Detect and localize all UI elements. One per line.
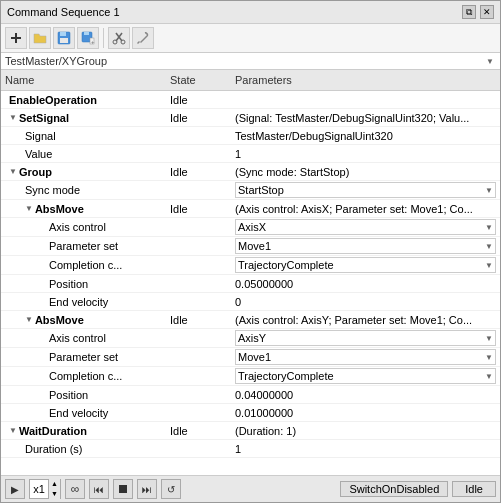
table-row[interactable]: Completion c... TrajectoryComplete ▼ [1, 256, 500, 275]
expand-icon[interactable]: ▼ [25, 315, 33, 324]
reset-button[interactable]: ↺ [161, 479, 181, 499]
speed-up-button[interactable]: ▲ [49, 479, 60, 489]
row-state: Idle [166, 313, 231, 327]
completion-y-dropdown[interactable]: TrajectoryComplete ▼ [235, 368, 496, 384]
row-param: 0.04000000 [231, 388, 500, 402]
play-button[interactable]: ▶ [5, 479, 25, 499]
saveas-button[interactable]: + [77, 27, 99, 49]
table-row[interactable]: ▼ WaitDuration Idle (Duration: 1) [1, 422, 500, 440]
expand-icon[interactable]: ▼ [5, 113, 17, 122]
dropdown-value: TrajectoryComplete [238, 259, 483, 271]
svg-text:+: + [91, 39, 95, 45]
table-row[interactable]: Completion c... TrajectoryComplete ▼ [1, 367, 500, 386]
table-header: Name State Parameters [1, 70, 500, 91]
dropdown-value: TrajectoryComplete [238, 370, 483, 382]
table-row[interactable]: Position 0.05000000 [1, 275, 500, 293]
close-button[interactable]: ✕ [480, 5, 494, 19]
status-bar: ▶ x1 ▲ ▼ ∞ ⏮ ⏭ ↺ SwitchOnDisabled Idle [1, 475, 500, 502]
save-button[interactable] [53, 27, 75, 49]
table-row[interactable]: Value 1 [1, 145, 500, 163]
axis-control-y-dropdown[interactable]: AxisY ▼ [235, 330, 496, 346]
add-icon [9, 31, 23, 45]
open-button[interactable] [29, 27, 51, 49]
parameter-set-dropdown[interactable]: Move1 ▼ [235, 238, 496, 254]
step-back-button[interactable]: ⏮ [89, 479, 109, 499]
loop-button[interactable]: ∞ [65, 479, 85, 499]
parameter-set-y-dropdown[interactable]: Move1 ▼ [235, 349, 496, 365]
table-row[interactable]: EnableOperation Idle [1, 91, 500, 109]
step-fwd-button[interactable]: ⏭ [137, 479, 157, 499]
restore-button[interactable]: ⧉ [462, 5, 476, 19]
row-param: 0 [231, 295, 500, 309]
title-bar: Command Sequence 1 ⧉ ✕ [1, 1, 500, 24]
stop-icon [119, 485, 127, 493]
scissors-icon [112, 31, 126, 45]
row-param: (Sync mode: StartStop) [231, 165, 500, 179]
table-row[interactable]: ▼ AbsMove Idle (Axis control: AxisY; Par… [1, 311, 500, 329]
row-state [166, 264, 231, 266]
row-param: TestMaster/DebugSignalUint320 [231, 129, 500, 143]
table-row[interactable]: Signal TestMaster/DebugSignalUint320 [1, 127, 500, 145]
table-row[interactable]: Duration (s) 1 [1, 440, 500, 458]
table-row[interactable]: Parameter set Move1 ▼ [1, 237, 500, 256]
table-row[interactable]: Sync mode StartStop ▼ [1, 181, 500, 200]
row-state: Idle [166, 202, 231, 216]
row-state [166, 448, 231, 450]
save-icon [57, 31, 71, 45]
row-state [166, 375, 231, 377]
speed-arrows[interactable]: ▲ ▼ [48, 479, 60, 499]
table-row[interactable]: Position 0.04000000 [1, 386, 500, 404]
header-state: State [166, 72, 231, 88]
stop-button[interactable] [113, 479, 133, 499]
table-row[interactable]: ▼ Group Idle (Sync mode: StartStop) [1, 163, 500, 181]
row-name: Sync mode [1, 183, 166, 197]
table-row[interactable]: ▼ AbsMove Idle (Axis control: AxisX; Par… [1, 200, 500, 218]
expand-icon[interactable]: ▼ [25, 204, 33, 213]
paste-button[interactable] [132, 27, 154, 49]
window-controls: ⧉ ✕ [462, 5, 494, 19]
cut-button[interactable] [108, 27, 130, 49]
table-row[interactable]: Axis control AxisX ▼ [1, 218, 500, 237]
dropdown-value: Move1 [238, 240, 483, 252]
svg-point-11 [113, 40, 117, 44]
name-label: Value [25, 148, 52, 160]
expand-icon[interactable]: ▼ [5, 426, 17, 435]
row-state [166, 356, 231, 358]
speed-down-button[interactable]: ▼ [49, 489, 60, 499]
loop-icon: ∞ [71, 482, 80, 496]
row-param: 0.05000000 [231, 277, 500, 291]
completion-dropdown[interactable]: TrajectoryComplete ▼ [235, 257, 496, 273]
table-row[interactable]: End velocity 0 [1, 293, 500, 311]
table-row[interactable]: ▼ SetSignal Idle (Signal: TestMaster/Deb… [1, 109, 500, 127]
table-content[interactable]: EnableOperation Idle ▼ SetSignal Idle (S… [1, 91, 500, 475]
row-param: Move1 ▼ [231, 237, 500, 255]
table-row[interactable]: Axis control AxisY ▼ [1, 329, 500, 348]
name-label: EnableOperation [5, 94, 97, 106]
group-dropdown-wrapper[interactable]: TestMaster/XYGroup [5, 55, 496, 67]
group-selector-bar[interactable]: TestMaster/XYGroup [1, 53, 500, 70]
name-label: Parameter set [49, 351, 118, 363]
row-param: Move1 ▼ [231, 348, 500, 366]
sync-mode-dropdown[interactable]: StartStop ▼ [235, 182, 496, 198]
name-label: Position [49, 278, 88, 290]
table-row[interactable]: End velocity 0.01000000 [1, 404, 500, 422]
row-name: Value [1, 147, 166, 161]
switch-on-disabled-button[interactable]: SwitchOnDisabled [340, 481, 448, 497]
row-name: Axis control [1, 220, 166, 234]
header-name: Name [1, 72, 166, 88]
idle-status: Idle [452, 481, 496, 497]
expand-icon[interactable]: ▼ [5, 167, 17, 176]
name-label: Duration (s) [25, 443, 82, 455]
row-state: Idle [166, 93, 231, 107]
name-label: End velocity [49, 296, 108, 308]
dropdown-arrow-icon: ▼ [485, 372, 493, 381]
table-row[interactable]: Parameter set Move1 ▼ [1, 348, 500, 367]
row-state [166, 189, 231, 191]
speed-control[interactable]: x1 ▲ ▼ [29, 479, 61, 499]
speed-value: x1 [30, 483, 48, 495]
axis-control-dropdown[interactable]: AxisX ▼ [235, 219, 496, 235]
step-back-icon: ⏮ [94, 484, 104, 495]
add-button[interactable] [5, 27, 27, 49]
name-label: Completion c... [49, 370, 122, 382]
row-name: Signal [1, 129, 166, 143]
